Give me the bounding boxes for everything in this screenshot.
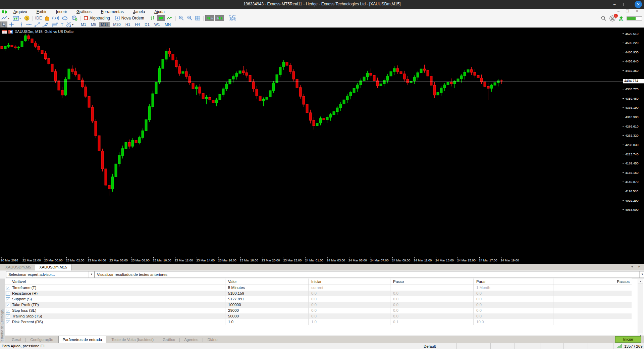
- expert-advisor-combo[interactable]: Selecionar expert advisor... ▼: [6, 271, 95, 278]
- tester-tab-agentes[interactable]: Agentes: [180, 336, 202, 343]
- close-button[interactable]: ✕: [635, 1, 642, 8]
- param-parar[interactable]: 0.0: [476, 302, 554, 308]
- chart-shift-button[interactable]: [205, 15, 214, 21]
- timeframe-m5[interactable]: M5: [89, 22, 98, 27]
- status-profile[interactable]: Default: [420, 343, 460, 349]
- param-row-risk-porcent-rs-[interactable]: ✓Risk Porcent (RS)1.01.00.110.0: [5, 319, 632, 325]
- checkbox-checked[interactable]: ✓: [6, 303, 10, 307]
- param-passos[interactable]: [556, 291, 631, 296]
- mdi-window-controls[interactable]: ‒ ❐ ✕: [618, 9, 641, 13]
- param-passo[interactable]: 0.0: [393, 296, 473, 302]
- level-up-button[interactable]: LVL: [619, 16, 623, 21]
- market-button[interactable]: [44, 15, 51, 21]
- tester-tab-di-rio[interactable]: Diário: [203, 336, 221, 343]
- checkbox-checked[interactable]: ✓: [6, 286, 10, 290]
- tester-tab-geral[interactable]: Geral: [8, 336, 25, 343]
- timeframe-h4[interactable]: H4: [133, 22, 142, 27]
- menu-ajuda[interactable]: Ajuda: [150, 9, 169, 15]
- chart-tab-xauusdm-m5[interactable]: XAUUSDm,M5: [1, 264, 35, 270]
- fibonacci-tool-button[interactable]: [50, 21, 59, 28]
- trendline-tool-button[interactable]: [34, 21, 41, 28]
- param-valor[interactable]: 5 Minutes: [228, 285, 309, 291]
- param-parar[interactable]: 1 Month: [476, 285, 554, 291]
- timeframe-m1[interactable]: M1: [79, 22, 88, 27]
- param-passo[interactable]: [393, 285, 473, 291]
- shapes-tool-button[interactable]: ▾: [65, 21, 75, 28]
- param-valor[interactable]: 50000: [228, 313, 309, 319]
- scroll-up-icon[interactable]: ▲: [638, 279, 643, 284]
- algotrading-button[interactable]: Algotrading: [83, 15, 111, 21]
- param-valor[interactable]: 5180.159: [228, 291, 309, 296]
- checkbox-checked[interactable]: ✓: [6, 297, 10, 301]
- param-valor[interactable]: 100000: [228, 302, 309, 308]
- start-button[interactable]: Iniciar: [615, 336, 641, 343]
- timeframe-h1[interactable]: H1: [124, 22, 132, 27]
- menu-ferramentas[interactable]: Ferramentas: [96, 9, 128, 15]
- param-passos[interactable]: [556, 308, 631, 313]
- search-button[interactable]: [601, 16, 606, 21]
- param-row-trailing-stop-ts-[interactable]: ✓Trailing Stop (TS)500000.00.00.0: [5, 313, 632, 319]
- tester-tab-configura-o[interactable]: Configuração: [26, 336, 57, 343]
- timeframe-mn[interactable]: MN: [163, 22, 172, 27]
- chart-tab-xauusdm-m15[interactable]: XAUUSDm,M15: [35, 264, 71, 271]
- chart-type-button[interactable]: ▾: [0, 15, 11, 21]
- param-passos[interactable]: [556, 319, 631, 325]
- cursor-tool-button[interactable]: [0, 21, 7, 28]
- account-button[interactable]: 1: [609, 15, 615, 21]
- deposit-button[interactable]: $: [23, 15, 31, 21]
- bar-chart-mode-button[interactable]: [149, 15, 156, 21]
- menu-janela[interactable]: Janela: [128, 9, 150, 15]
- line-chart-mode-button[interactable]: [166, 15, 174, 21]
- timeframe-w1[interactable]: W1: [153, 22, 162, 27]
- param-passo[interactable]: 0.0: [393, 308, 473, 313]
- timeframe-d1[interactable]: D1: [143, 22, 151, 27]
- minimize-button[interactable]: –: [610, 1, 619, 8]
- candlestick-mode-button[interactable]: [157, 15, 165, 21]
- auto-scroll-button[interactable]: [215, 15, 224, 21]
- tester-tab-teste-de-volta-backtest-[interactable]: Teste de Volta (backtest): [107, 336, 158, 343]
- param-passo[interactable]: 0.0: [393, 302, 473, 308]
- text-tool-button[interactable]: T: [60, 21, 64, 28]
- menu-inserir[interactable]: Inserir: [51, 9, 72, 15]
- zoom-in-button[interactable]: [177, 15, 185, 21]
- param-parar[interactable]: 0.0: [476, 291, 554, 296]
- param-passo[interactable]: 0.0: [393, 313, 473, 319]
- timeframe-m30[interactable]: M30: [111, 22, 122, 27]
- column-header-iniciar[interactable]: Iniciar: [311, 279, 322, 285]
- menu-arquivo[interactable]: Arquivo: [9, 9, 32, 15]
- signals-button[interactable]: [51, 15, 60, 21]
- column-header-variável[interactable]: Variável: [12, 279, 26, 285]
- screenshot-button[interactable]: [228, 15, 237, 21]
- param-passos[interactable]: [556, 296, 631, 302]
- param-passo[interactable]: 0.1: [393, 319, 473, 325]
- param-row-resistance-r-[interactable]: ✓Resistance (R)5180.1590.00.00.0: [5, 291, 632, 296]
- column-header-passos[interactable]: Passos: [555, 279, 630, 285]
- chart-area[interactable]: 4529.5104505.2204480.9304456.6404432.350…: [0, 28, 644, 264]
- cloud-button[interactable]: [61, 15, 69, 21]
- column-header-passo[interactable]: Passo: [393, 279, 404, 285]
- param-valor[interactable]: 1.0: [228, 319, 309, 325]
- maximize-button[interactable]: [621, 1, 630, 8]
- new-order-button[interactable]: Nova Ordem: [114, 15, 145, 21]
- timeframe-m15[interactable]: M15: [99, 22, 110, 27]
- vertical-line-tool-button[interactable]: [19, 21, 24, 28]
- checkbox-checked[interactable]: ✓: [6, 309, 10, 313]
- column-header-parar[interactable]: Parar: [476, 279, 486, 285]
- previous-results-combo[interactable]: Visualizar resultados de testes anterior…: [95, 271, 644, 278]
- new-chart-button[interactable]: ▾: [12, 15, 22, 21]
- zoom-out-button[interactable]: [186, 15, 194, 21]
- param-iniciar[interactable]: 0.0: [311, 296, 391, 302]
- param-row-timeframe-t-[interactable]: ✓Timeframe (T)5 Minutescurrent1 Month: [5, 285, 632, 291]
- param-passos[interactable]: [556, 313, 631, 319]
- column-header-valor[interactable]: Valor: [228, 279, 237, 285]
- param-passos[interactable]: [556, 302, 631, 308]
- tester-sidebar-tab[interactable]: Testador de Estratégia: [0, 277, 5, 344]
- param-iniciar[interactable]: current: [311, 285, 391, 291]
- menu-gráficos[interactable]: Gráficos: [72, 9, 96, 15]
- tile-windows-button[interactable]: [194, 15, 202, 21]
- table-scrollbar[interactable]: ▲ ▼: [638, 279, 643, 338]
- param-iniciar[interactable]: 0.0: [311, 302, 391, 308]
- param-parar[interactable]: 0.0: [476, 313, 554, 319]
- param-row-support-s-[interactable]: ✓Support (S)5127.8910.00.00.0: [5, 296, 632, 302]
- metaeditor-button[interactable]: IDE: [34, 15, 43, 21]
